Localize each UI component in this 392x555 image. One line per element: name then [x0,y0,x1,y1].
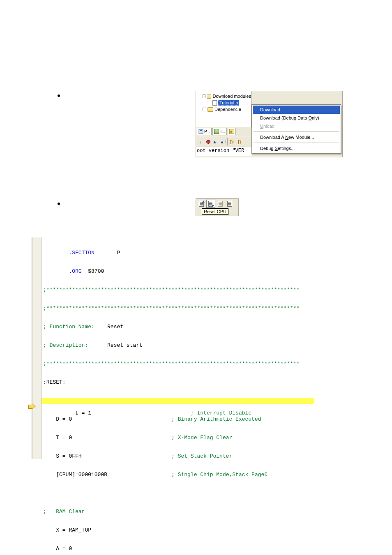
code-line: [CPUM]=00001000B ; Single Chip Mode,Stac… [42,472,314,478]
code-line [42,490,314,496]
tab-label: T... [220,129,225,134]
code-line: A = 0 [42,546,314,552]
menu-unload: Unload [253,122,340,130]
document-button[interactable] [225,200,234,208]
tree-label: Dependencie [214,107,241,112]
document-up-icon [199,201,204,207]
workspace-tabs: P... T... [196,127,251,136]
code-line: D = 0 ; Binary Arithmetic Executed [42,416,314,422]
reset-cpu-button[interactable] [206,200,215,208]
code-line: ; Description: Reset start [42,342,314,348]
navigation-icon [229,129,234,134]
code-line: .ORG $8700 [42,268,314,274]
code-line: .SECTION P [42,250,314,256]
tree-label: Download modules [212,94,251,99]
tree-node-download-modules[interactable]: - Download modules [196,93,251,99]
menu-label: Unload [260,124,274,129]
toolbar-row: + [196,199,238,209]
menu-label: Download A New Module... [260,135,314,140]
folder-icon [207,94,211,99]
step-into-icon[interactable]: ↓ [198,138,204,145]
tree-node-dependencies[interactable]: - Dependencie [196,106,251,113]
svg-rect-0 [199,129,203,134]
svg-rect-1 [200,130,202,131]
document-plus-icon: + [218,201,223,207]
tree-collapse-icon[interactable]: - [203,108,206,111]
tree-collapse-icon[interactable]: - [203,94,205,98]
tab-projects[interactable]: P... [197,128,212,135]
tab-navigation[interactable] [228,128,236,135]
menu-separator [254,143,339,143]
code-line: X = RAM_TOP [42,527,314,533]
bullet [58,203,60,205]
file-icon [212,100,217,106]
tooltip-text: Reset CPU [204,209,226,214]
document-icon [227,201,232,207]
download-modules-window: - Download modules Tutorial.h - Dependen… [196,91,343,157]
source-code-view: .SECTION P .ORG $8700 ;*****************… [31,237,314,459]
folder-icon [208,107,213,112]
gutter-divider [32,237,32,459]
step-out-icon[interactable]: ▲↓ [212,138,219,145]
tree-node-tutorial[interactable]: Tutorial.h [196,99,251,106]
tree-label-selected: Tutorial.h [218,100,239,106]
step-over-icon[interactable]: ▲↑ [220,138,226,145]
add-document-button[interactable]: + [216,200,225,208]
code-line: ;***************************************… [42,361,314,367]
menu-download[interactable]: Download [253,106,340,114]
breakpoint-toggle-icon[interactable] [205,138,211,145]
tab-templates[interactable]: T... [212,128,227,135]
menu-download-debug-data-only[interactable]: Download (Debug Data Only) [253,114,340,122]
menu-separator [254,131,339,132]
set-pc-icon[interactable]: {} [236,138,242,145]
bullet [58,94,60,97]
projects-icon [198,129,203,134]
toolbar-separator [227,138,228,145]
code-line: ; Function Name: Reset [42,324,314,330]
menu-label: Download [260,107,280,112]
program-counter-icon [28,404,36,409]
context-menu: Download Download (Debug Data Only) Unlo… [251,104,341,154]
menu-label: Download (Debug Data Only) [260,115,319,120]
run-to-cursor-icon[interactable]: {}↓ [229,138,235,145]
code-line: ; RAM Clear [42,509,314,515]
code-line: ;***************************************… [42,305,314,311]
upload-button[interactable] [197,200,206,208]
output-text: oot version "VER [196,147,251,156]
code-line: :RESET: [42,379,314,385]
document-down-icon [208,201,213,207]
gutter [31,237,42,459]
menu-debug-settings[interactable]: Debug Settings... [253,144,340,152]
menu-download-new-module[interactable]: Download A New Module... [253,133,340,141]
tab-label: P... [204,129,210,134]
reset-cpu-toolbar: + Reset CPU [196,198,239,216]
templates-icon [214,129,219,134]
code-line: T = 0 ; X-Mode Flag Clear [42,435,314,441]
code-line: S = 0FFH ; Set Stack Pointer [42,453,314,459]
tooltip: Reset CPU [202,208,228,215]
code-area[interactable]: .SECTION P .ORG $8700 ;*****************… [42,237,314,555]
code-line-current: I = 1 ; Interrupt Disable [42,398,314,404]
code-line: ;***************************************… [42,287,314,293]
menu-label: Debug Settings... [260,146,295,151]
debug-toolbar: ↓ ▲↓ ▲↑ {}↓ {} [196,136,251,147]
output-line: oot version "VER [197,148,244,154]
project-tree[interactable]: - Download modules Tutorial.h - Dependen… [196,91,251,127]
